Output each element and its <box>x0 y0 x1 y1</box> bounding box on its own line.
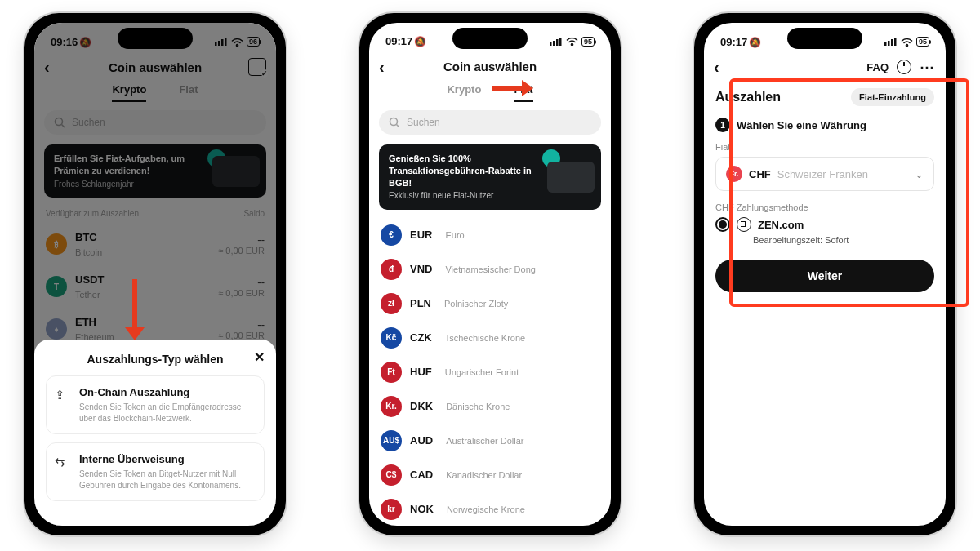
back-icon[interactable]: ‹ <box>379 59 385 75</box>
wifi-icon <box>566 37 578 46</box>
fiat-row[interactable]: KčCZKTschechische Krone <box>369 321 611 355</box>
fiat-name: Tschechische Krone <box>445 333 525 343</box>
method-note: Bearbeitungszeit: Sofort <box>753 235 934 245</box>
chf-icon: Fr. <box>726 166 742 182</box>
fiat-name: Euro <box>445 230 464 240</box>
history-icon[interactable] <box>897 60 911 74</box>
fiat-name: Ungarischer Forint <box>445 367 519 377</box>
svg-rect-6 <box>550 42 552 46</box>
currency-select[interactable]: Fr. CHF Schweizer Franken ⌄ <box>715 157 934 191</box>
fiat-name: Australischer Dollar <box>446 436 523 446</box>
search-icon <box>389 117 400 128</box>
fiat-icon: € <box>381 224 402 246</box>
fiat-row[interactable]: Kr.DKKDänische Krone <box>369 389 611 424</box>
method-label: CHF Zahlungsmethode <box>715 202 934 212</box>
fiat-icon: kr <box>381 499 402 520</box>
fiat-row[interactable]: đVNDVietnamesischer Dong <box>369 252 611 287</box>
svg-line-11 <box>397 124 400 127</box>
faq-link[interactable]: FAQ <box>866 61 889 73</box>
svg-rect-14 <box>891 39 893 46</box>
method-name: ZEN.com <box>758 219 804 231</box>
silent-icon: 🔕 <box>414 36 426 47</box>
currency-code: CHF <box>749 168 771 180</box>
fiat-symbol: VND <box>410 263 432 275</box>
tab-krypto[interactable]: Krypto <box>447 83 481 102</box>
svg-rect-12 <box>884 42 887 46</box>
svg-rect-7 <box>553 41 555 46</box>
step-1-title: 1 Wählen Sie eine Währung <box>715 118 934 132</box>
chevron-down-icon: ⌄ <box>915 168 924 180</box>
fiat-symbol: NOK <box>410 503 434 515</box>
annotation-arrow-down <box>125 279 145 340</box>
wifi-icon <box>901 38 913 47</box>
signal-icon <box>550 38 563 46</box>
fiat-row[interactable]: krNOKNorwegische Krone <box>369 492 611 526</box>
radio-icon <box>715 217 730 232</box>
fiat-symbol: CAD <box>410 469 433 481</box>
fiat-icon: đ <box>381 259 402 280</box>
fiat-row[interactable]: FtHUFUngarischer Forint <box>369 355 611 389</box>
battery-icon: 95 <box>581 37 595 47</box>
fiat-icon: AU$ <box>381 430 402 451</box>
dynamic-island <box>787 28 862 49</box>
option-onchain-desc: Senden Sie Token an die Empfängeradresse… <box>79 402 254 424</box>
fiat-symbol: CZK <box>410 331 432 344</box>
promo-card-graphic <box>547 162 595 193</box>
fiat-symbol: AUD <box>410 434 433 447</box>
withdraw-heading: Auszahlen <box>715 90 781 104</box>
clock: 09:17 <box>385 35 412 47</box>
annotation-arrow-right <box>492 80 533 96</box>
dynamic-island <box>118 28 193 49</box>
option-internal-desc: Senden Sie Token an Bitget-Nutzer mit Nu… <box>79 469 254 491</box>
signal-icon <box>884 38 898 46</box>
fiat-name: Dänische Krone <box>446 402 510 411</box>
clock: 09:17 <box>720 36 747 48</box>
fiat-symbol: DKK <box>410 400 433 412</box>
search-input[interactable]: Suchen <box>379 110 601 135</box>
option-onchain-title: On-Chain Auszahlung <box>79 386 254 398</box>
fiat-name: Vietnamesischer Dong <box>445 264 535 274</box>
fiat-name: Polnischer Zloty <box>444 299 508 309</box>
payment-method-zen[interactable]: ZEN.com <box>715 217 934 232</box>
fiat-icon: Kr. <box>381 396 402 417</box>
nav-header: ‹ Coin auswählen <box>369 54 611 80</box>
fiat-row[interactable]: złPLNPolnischer Zloty <box>369 287 611 321</box>
fiat-icon: zł <box>381 293 402 314</box>
fiat-row[interactable]: C$CADKanadischer Dollar <box>369 458 611 492</box>
fiat-row[interactable]: AU$AUDAustralischer Dollar <box>369 424 611 458</box>
svg-rect-15 <box>894 38 897 46</box>
dynamic-island <box>452 28 528 49</box>
deposit-pill[interactable]: Fiat-Einzahlung <box>851 88 934 106</box>
sheet-title: Auszahlungs-Typ wählen <box>46 353 265 366</box>
fiat-name: Kanadischer Dollar <box>446 470 522 480</box>
promo-title: Genießen Sie 100% Transaktionsgebühren-R… <box>389 153 552 189</box>
fiat-icon: Kč <box>381 327 402 349</box>
withdraw-type-sheet: Auszahlungs-Typ wählen ✕ ⇪ On-Chain Ausz… <box>34 340 276 526</box>
fiat-label: Fiat <box>715 142 934 152</box>
fiat-symbol: PLN <box>410 297 431 309</box>
fiat-icon: Ft <box>381 362 402 383</box>
step-1-label: Wählen Sie eine Währung <box>737 119 866 131</box>
fiat-symbol: EUR <box>410 229 432 241</box>
option-internal[interactable]: ⇆ Interne Überweisung Senden Sie Token a… <box>46 442 265 501</box>
fiat-symbol: HUF <box>410 366 432 378</box>
promo-sub: Exklusiv für neue Fiat-Nutzer <box>389 190 552 202</box>
promo-card[interactable]: Genießen Sie 100% Transaktionsgebühren-R… <box>379 144 601 210</box>
currency-name: Schweizer Franken <box>777 168 868 180</box>
option-onchain[interactable]: ⇪ On-Chain Auszahlung Senden Sie Token a… <box>46 375 265 434</box>
silent-icon: 🔕 <box>749 37 761 48</box>
battery-icon: 95 <box>916 37 929 47</box>
page-title: Coin auswählen <box>443 60 537 73</box>
svg-point-10 <box>390 118 398 125</box>
close-icon[interactable]: ✕ <box>254 349 265 365</box>
svg-rect-9 <box>559 38 562 46</box>
svg-rect-13 <box>888 41 890 46</box>
zen-logo-icon <box>737 217 751 232</box>
phone-3: 09:17🔕 95 ‹ FAQ ⋯ Auszahlen Fiat-E <box>694 13 956 535</box>
fiat-row[interactable]: €EUREuro <box>369 218 611 252</box>
continue-button[interactable]: Weiter <box>715 260 934 292</box>
phone-1: 09:16🔕 96 ‹ Coin auswählen <box>24 13 286 535</box>
upload-icon: ⇪ <box>55 388 65 402</box>
back-icon[interactable]: ‹ <box>714 59 719 75</box>
fiat-name: Norwegische Krone <box>447 504 525 514</box>
